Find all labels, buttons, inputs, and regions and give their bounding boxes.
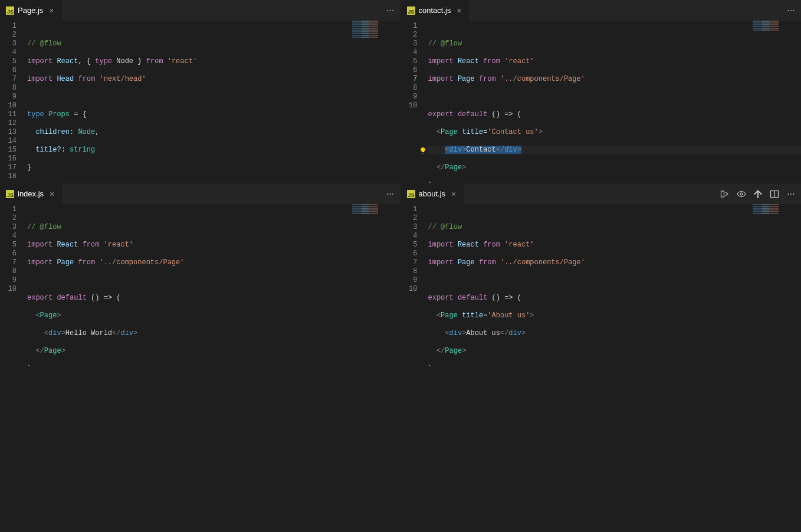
line-gutter: 123456789101112131415161718 xyxy=(0,21,27,183)
tab-actions: ··· xyxy=(720,183,801,204)
tab-bar: JS Page.js × ··· xyxy=(0,0,400,21)
code-area[interactable]: // @flow import React, { type Node } fro… xyxy=(27,21,400,183)
preview-icon[interactable] xyxy=(736,189,747,199)
code-area[interactable]: // @flow import React from 'react' impor… xyxy=(27,204,400,366)
code-area[interactable]: // @flow import React from 'react' impor… xyxy=(428,204,802,366)
line-gutter: 12345678910 xyxy=(0,204,27,366)
tab-label: about.js xyxy=(419,189,446,198)
tab-page-js[interactable]: JS Page.js × xyxy=(0,0,63,21)
tab-contact-js[interactable]: JS contact.js × xyxy=(401,0,471,21)
editor-body[interactable]: 12345678910 // @flow import React from '… xyxy=(401,21,802,183)
tab-actions: ··· xyxy=(385,0,400,21)
tab-bar: JS contact.js × ··· xyxy=(401,0,802,21)
compare-changes-icon[interactable] xyxy=(720,189,730,199)
tab-label: contact.js xyxy=(419,6,451,15)
editor-pane-contact: JS contact.js × ··· 12345678910 // @flow… xyxy=(401,0,802,183)
close-icon[interactable]: × xyxy=(47,6,56,15)
editor-body[interactable]: 12345678910 // @flow import React from '… xyxy=(401,204,802,366)
open-changes-icon[interactable] xyxy=(753,189,763,199)
js-file-icon: JS xyxy=(407,6,415,15)
tab-actions: ··· xyxy=(385,183,400,204)
close-icon[interactable]: × xyxy=(454,6,464,15)
minimap[interactable] xyxy=(352,204,399,239)
close-icon[interactable]: × xyxy=(449,189,458,199)
editor-pane-index: JS index.js × ··· 12345678910 // @flow i… xyxy=(0,183,400,366)
line-gutter: 12345678910 xyxy=(401,204,428,366)
more-icon[interactable]: ··· xyxy=(786,189,796,199)
split-editor-icon[interactable] xyxy=(769,189,780,199)
tab-about-js[interactable]: JS about.js × xyxy=(401,183,465,204)
tab-label: index.js xyxy=(18,189,44,198)
tab-actions: ··· xyxy=(786,0,801,21)
editor-body[interactable]: 12345678910 // @flow import React from '… xyxy=(0,204,400,366)
code-area[interactable]: // @flow import React from 'react' impor… xyxy=(428,21,802,183)
svg-point-1 xyxy=(740,193,743,195)
minimap[interactable] xyxy=(753,21,800,56)
tab-bar: JS index.js × ··· xyxy=(0,183,400,204)
tab-index-js[interactable]: JS index.js × xyxy=(0,183,63,204)
lightbulb-icon[interactable] xyxy=(419,146,427,155)
js-file-icon: JS xyxy=(6,6,14,15)
close-icon[interactable]: × xyxy=(47,189,57,199)
svg-rect-0 xyxy=(721,191,724,197)
line-gutter: 12345678910 xyxy=(401,21,428,183)
js-file-icon: JS xyxy=(6,190,14,198)
minimap[interactable] xyxy=(753,204,800,239)
js-file-icon: JS xyxy=(407,190,415,198)
more-icon[interactable]: ··· xyxy=(786,5,796,16)
tab-label: Page.js xyxy=(18,6,43,15)
editor-pane-page: JS Page.js × ··· 12345678910111213141516… xyxy=(0,0,400,183)
minimap[interactable] xyxy=(352,21,399,56)
editor-body[interactable]: 123456789101112131415161718 // @flow imp… xyxy=(0,21,400,183)
more-icon[interactable]: ··· xyxy=(385,5,396,16)
editor-pane-about: JS about.js × ··· 12345678910 // @flow i… xyxy=(401,183,802,366)
editor-grid: JS Page.js × ··· 12345678910111213141516… xyxy=(0,0,801,266)
tab-bar: JS about.js × ··· xyxy=(401,183,802,204)
more-icon[interactable]: ··· xyxy=(385,189,396,199)
